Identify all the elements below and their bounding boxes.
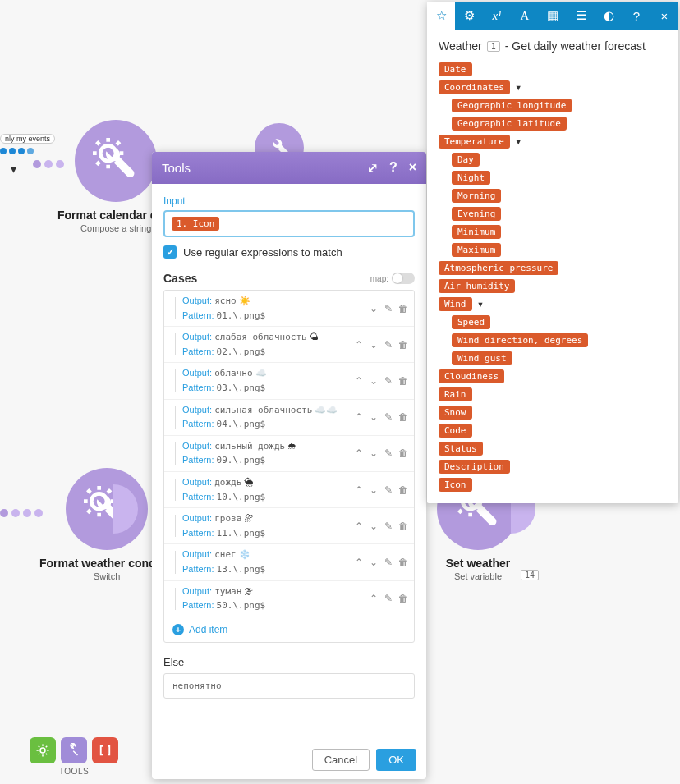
tab-list[interactable]: ☰ [567, 2, 595, 30]
tree-item[interactable]: Date [439, 62, 472, 76]
tree-child[interactable]: Speed [452, 315, 490, 329]
edit-icon[interactable]: ✎ [383, 303, 394, 314]
tree-child[interactable]: Night [452, 171, 490, 185]
input-field[interactable]: 1. Icon [163, 210, 415, 237]
tree-chip[interactable]: Temperature [439, 135, 510, 149]
panel-help-icon[interactable]: ? [623, 2, 650, 30]
case-text[interactable]: Output: дождь 🌦Pattern: 10.\.png$ [182, 475, 348, 504]
tree-item[interactable]: Description [439, 460, 510, 474]
caret-down-icon[interactable]: ▼ [515, 138, 522, 146]
drag-handle-icon[interactable] [168, 333, 176, 355]
tree-chip[interactable]: Description [439, 460, 510, 474]
tree-chip[interactable]: Air humidity [439, 279, 515, 293]
drag-handle-icon[interactable] [168, 369, 176, 392]
ok-button[interactable]: OK [376, 749, 416, 771]
tree-child[interactable]: Day [452, 153, 480, 167]
tree-item[interactable]: Coordinates ▼ [439, 80, 522, 94]
delete-icon[interactable]: 🗑 [397, 484, 409, 496]
tree-child[interactable]: Geographic longitude [452, 99, 572, 112]
tree-chip[interactable]: Date [439, 62, 472, 76]
chip-gear[interactable] [30, 737, 56, 763]
tree-item[interactable]: Temperature ▼ [439, 135, 522, 149]
tab-text[interactable]: A [511, 2, 539, 30]
delete-icon[interactable]: 🗑 [397, 520, 409, 532]
close-icon[interactable]: × [409, 160, 416, 176]
panel-close-icon[interactable]: × [650, 2, 678, 30]
tab-star[interactable]: ☆ [427, 2, 455, 30]
tree-chip[interactable]: Evening [452, 207, 501, 221]
expand-icon[interactable]: ⤢ [367, 160, 378, 176]
delete-icon[interactable]: 🗑 [397, 447, 409, 459]
case-text[interactable]: Output: сильный дождь 🌧Pattern: 09.\.png… [182, 439, 348, 468]
tab-x1[interactable]: x¹ [483, 2, 511, 30]
tree-chip[interactable]: Geographic longitude [452, 99, 572, 112]
drag-handle-icon[interactable] [168, 297, 176, 319]
tree-chip[interactable]: Night [452, 171, 490, 185]
tree-item[interactable]: Atmospheric pressure [439, 261, 558, 275]
case-text[interactable]: Output: сильная облачность ☁️☁️Pattern: … [182, 403, 348, 432]
edit-icon[interactable]: ✎ [383, 411, 394, 423]
delete-icon[interactable]: 🗑 [397, 303, 409, 314]
tree-chip[interactable]: Cloudiness [439, 369, 504, 383]
tree-chip[interactable]: Morning [452, 189, 501, 203]
move-down-icon[interactable]: ⌄ [368, 375, 379, 387]
map-toggle[interactable]: map: [370, 273, 415, 284]
case-text[interactable]: Output: слабая облачность 🌤Pattern: 02.\… [182, 330, 348, 359]
move-up-icon[interactable]: ⌃ [353, 411, 365, 423]
tab-misc[interactable]: ◐ [595, 2, 623, 30]
tree-chip[interactable]: Maximum [452, 243, 501, 257]
tree-chip[interactable]: Speed [452, 315, 490, 329]
move-down-icon[interactable]: ⌄ [368, 411, 379, 423]
regex-checkbox-row[interactable]: ✓ Use regular expressions to match [163, 245, 415, 259]
edit-icon[interactable]: ✎ [383, 593, 394, 604]
tree-child[interactable]: Minimum [452, 225, 501, 239]
move-up-icon[interactable]: ⌃ [353, 484, 365, 496]
drag-handle-icon[interactable] [168, 551, 176, 573]
chip-brackets[interactable] [92, 737, 118, 763]
drag-handle-icon[interactable] [168, 515, 176, 537]
funnel-icon[interactable]: ▾ [11, 163, 16, 176]
chip-wrench[interactable] [61, 737, 87, 763]
tree-chip[interactable]: Code [439, 424, 472, 438]
tree-item[interactable]: Snow [439, 406, 472, 420]
edit-icon[interactable]: ✎ [383, 375, 394, 387]
delete-icon[interactable]: 🗑 [397, 375, 409, 387]
tree-child[interactable]: Wind gust [452, 351, 512, 365]
delete-icon[interactable]: 🗑 [397, 593, 409, 604]
drag-handle-icon[interactable] [168, 406, 176, 429]
move-up-icon[interactable]: ⌃ [368, 593, 379, 604]
tree-chip[interactable]: Coordinates [439, 80, 510, 94]
tree-child[interactable]: Evening [452, 207, 501, 221]
cancel-button[interactable]: Cancel [312, 749, 370, 771]
tree-child[interactable]: Morning [452, 189, 501, 203]
tree-item[interactable]: Air humidity [439, 279, 515, 293]
tab-calendar[interactable]: ▦ [539, 2, 567, 30]
tree-chip[interactable]: Day [452, 153, 480, 167]
tab-gear[interactable]: ⚙ [455, 2, 483, 30]
case-text[interactable]: Output: гроза ⛈Pattern: 11.\.png$ [182, 511, 348, 540]
case-text[interactable]: Output: туман 🌫Pattern: 50.\.png$ [182, 585, 363, 613]
move-down-icon[interactable]: ⌄ [368, 447, 379, 459]
tree-chip[interactable]: Icon [439, 478, 472, 492]
add-item-button[interactable]: +Add item [164, 617, 414, 642]
move-up-icon[interactable]: ⌃ [353, 447, 365, 459]
move-down-icon[interactable]: ⌄ [368, 520, 379, 532]
tree-chip[interactable]: Status [439, 442, 483, 456]
delete-icon[interactable]: 🗑 [397, 557, 409, 568]
delete-icon[interactable]: 🗑 [397, 411, 409, 423]
tree-item[interactable]: Wind ▼ [439, 297, 484, 311]
tree-chip[interactable]: Geographic latitude [452, 117, 567, 131]
tree-item[interactable]: Icon [439, 478, 472, 492]
input-tag[interactable]: 1. Icon [172, 217, 219, 231]
edit-icon[interactable]: ✎ [383, 557, 394, 568]
edit-icon[interactable]: ✎ [383, 520, 394, 532]
edit-icon[interactable]: ✎ [383, 447, 394, 459]
move-down-icon[interactable]: ⌄ [368, 303, 379, 314]
drag-handle-icon[interactable] [168, 479, 176, 501]
move-up-icon[interactable]: ⌃ [353, 520, 365, 532]
move-up-icon[interactable]: ⌃ [353, 339, 365, 351]
tree-item[interactable]: Rain [439, 387, 472, 401]
help-icon[interactable]: ? [389, 160, 397, 176]
case-text[interactable]: Output: облачно ☁️Pattern: 03.\.png$ [182, 366, 348, 395]
move-down-icon[interactable]: ⌄ [368, 557, 379, 568]
